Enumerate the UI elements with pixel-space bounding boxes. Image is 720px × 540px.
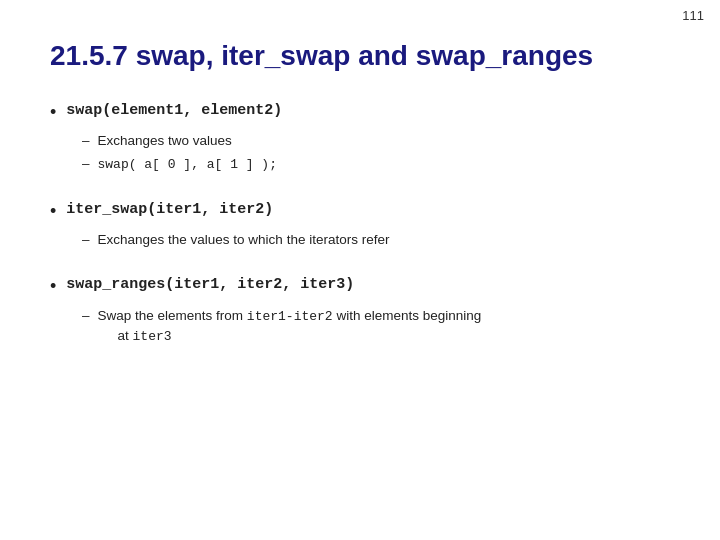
sub-text-block-3-1: Swap the elements from iter1-iter2 with … <box>98 306 482 347</box>
sub-bullets-1: – Exchanges two values – swap( a[ 0 ], a… <box>82 131 670 175</box>
page-number: 111 <box>682 8 704 23</box>
bullet-main-1: • swap(element1, element2) <box>50 100 670 125</box>
bullet-main-text-2: iter_swap(iter1, iter2) <box>66 199 273 220</box>
sub-bullets-2: – Exchanges the values to which the iter… <box>82 230 670 250</box>
code-iter1-iter2: iter1-iter2 <box>247 309 333 324</box>
sub-text-1-2: swap( a[ 0 ], a[ 1 ] ); <box>98 154 277 175</box>
code-swap-example: swap( a[ 0 ], a[ 1 ] ); <box>98 157 277 172</box>
sub-bullet-2-1: – Exchanges the values to which the iter… <box>82 230 670 250</box>
bullet-main-text-3: swap_ranges(iter1, iter2, iter3) <box>66 274 354 295</box>
sub-dash-1-1: – <box>82 131 90 151</box>
sub-dash-3-1: – <box>82 306 90 326</box>
sub-dash-2-1: – <box>82 230 90 250</box>
bullet-dot-2: • <box>50 199 56 224</box>
sub-text-3-1-line2: at iter3 <box>118 326 482 347</box>
sub-dash-1-2: – <box>82 154 90 174</box>
sub-bullet-3-1: – Swap the elements from iter1-iter2 wit… <box>82 306 670 347</box>
bullet-section-1: • swap(element1, element2) – Exchanges t… <box>50 100 670 175</box>
slide-container: 21.5.7 swap, iter_swap and swap_ranges •… <box>0 10 720 401</box>
sub-text-1-1: Exchanges two values <box>98 131 232 151</box>
slide-content: • swap(element1, element2) – Exchanges t… <box>50 100 670 347</box>
bullet-main-2: • iter_swap(iter1, iter2) <box>50 199 670 224</box>
slide-title: 21.5.7 swap, iter_swap and swap_ranges <box>50 40 670 72</box>
bullet-section-3: • swap_ranges(iter1, iter2, iter3) – Swa… <box>50 274 670 346</box>
bullet-section-2: • iter_swap(iter1, iter2) – Exchanges th… <box>50 199 670 250</box>
bullet-dot-3: • <box>50 274 56 299</box>
bullet-main-3: • swap_ranges(iter1, iter2, iter3) <box>50 274 670 299</box>
sub-bullets-3: – Swap the elements from iter1-iter2 wit… <box>82 306 670 347</box>
code-iter3: iter3 <box>133 329 172 344</box>
sub-text-3-1-line1: Swap the elements from iter1-iter2 with … <box>98 306 482 327</box>
sub-bullet-1-2: – swap( a[ 0 ], a[ 1 ] ); <box>82 154 670 175</box>
sub-bullet-1-1: – Exchanges two values <box>82 131 670 151</box>
bullet-main-text-1: swap(element1, element2) <box>66 100 282 121</box>
sub-text-2-1: Exchanges the values to which the iterat… <box>98 230 390 250</box>
bullet-dot-1: • <box>50 100 56 125</box>
